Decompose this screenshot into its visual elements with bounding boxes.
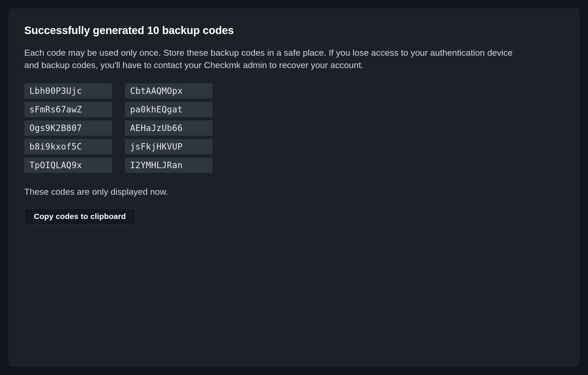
backup-code: Ogs9K2B807: [24, 120, 112, 136]
backup-codes-panel: Successfully generated 10 backup codes E…: [8, 8, 580, 367]
backup-code: I2YMHLJRan: [125, 158, 213, 173]
backup-code: b8i9kxof5C: [24, 139, 112, 154]
backup-code: sFmRs67awZ: [24, 102, 112, 117]
backup-code: TpOIQLAQ9x: [24, 158, 112, 173]
backup-code: Lbh00P3Ujc: [24, 83, 112, 99]
display-note: These codes are only displayed now.: [24, 187, 564, 197]
backup-code: pa0khEQgat: [125, 102, 213, 117]
backup-code: CbtAAQMOpx: [125, 83, 213, 99]
panel-heading: Successfully generated 10 backup codes: [24, 24, 564, 37]
copy-codes-button[interactable]: Copy codes to clipboard: [24, 208, 136, 225]
backup-code: jsFkjHKVUP: [125, 139, 213, 154]
panel-description: Each code may be used only once. Store t…: [24, 46, 515, 71]
codes-grid: Lbh00P3Ujc CbtAAQMOpx sFmRs67awZ pa0khEQ…: [24, 83, 564, 173]
backup-code: AEHaJzUb66: [125, 120, 213, 136]
